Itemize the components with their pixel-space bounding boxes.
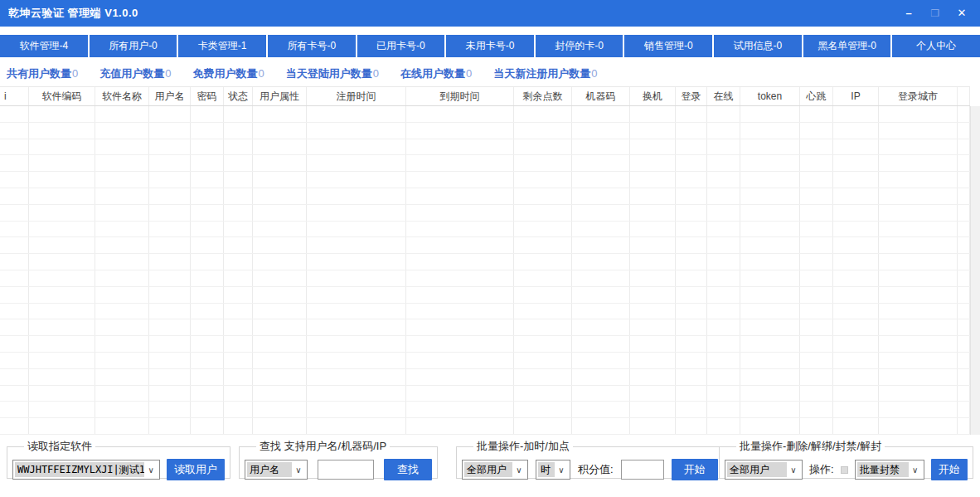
window-title: 乾坤云验证 管理端 V1.0.0 [8, 0, 138, 27]
batch-add-user-select[interactable]: 全部用户 ∨ [462, 460, 528, 480]
column-header-login-city[interactable]: 登录城市 [879, 87, 958, 105]
table-cell [0, 172, 29, 188]
table-cell [572, 369, 630, 385]
software-select[interactable]: WWJHTFFEIZMYLXJI|测试1 ∨ [12, 460, 160, 480]
column-header-register-time[interactable]: 注册时间 [307, 87, 406, 105]
column-header-password[interactable]: 密码 [191, 87, 224, 105]
table-cell [149, 155, 191, 171]
column-header-status[interactable]: 状态 [224, 87, 253, 105]
batch-manage-user-select[interactable]: 全部用户 ∨ [725, 460, 803, 480]
column-header-software-name[interactable]: 软件名称 [95, 87, 149, 105]
table-cell [740, 287, 800, 303]
tab-banned-cards[interactable]: 封停的卡-0 [536, 35, 623, 57]
close-icon[interactable]: ✕ [952, 4, 972, 22]
column-header-machine-code[interactable]: 机器码 [572, 87, 630, 105]
table-cell [29, 188, 95, 204]
table-cell [149, 139, 191, 155]
table-cell [514, 402, 572, 417]
table-cell [224, 188, 253, 204]
table-cell [879, 123, 958, 139]
table-cell [95, 304, 149, 319]
table-cell [833, 205, 879, 221]
tab-used-cards[interactable]: 已用卡号-0 [357, 35, 445, 57]
table-cell [572, 336, 630, 352]
table-row [0, 336, 970, 353]
minimize-icon[interactable]: – [899, 4, 919, 22]
tab-sales-mgmt[interactable]: 销售管理-0 [624, 35, 712, 57]
column-header-software-code[interactable]: 软件编码 [29, 87, 95, 105]
operation-select[interactable]: 批量封禁 ∨ [855, 460, 924, 480]
maximize-icon[interactable]: ❒ [925, 4, 945, 22]
column-header-token[interactable]: token [740, 87, 800, 105]
table-cell [630, 155, 676, 171]
table-cell [406, 123, 514, 139]
tab-card-type-mgmt[interactable]: 卡类管理-1 [178, 35, 266, 57]
operation-checkbox[interactable] [841, 466, 848, 474]
chevron-down-icon: ∨ [144, 462, 158, 477]
table-cell [879, 304, 958, 319]
tab-trial-info[interactable]: 试用信息-0 [714, 35, 802, 57]
table-cell [191, 155, 224, 171]
table-row [0, 418, 970, 435]
time-unit-select[interactable]: 时 ∨ [536, 460, 570, 480]
vertical-scrollbar[interactable] [970, 106, 980, 435]
table-cell [307, 237, 406, 253]
tab-blacklist-mgmt[interactable]: 黑名单管理-0 [803, 35, 891, 57]
column-header-username[interactable]: 用户名 [149, 87, 191, 105]
table-cell [958, 369, 970, 385]
column-header-ip[interactable]: IP [833, 87, 879, 105]
tab-personal-center[interactable]: 个人中心 [892, 35, 980, 57]
table-row [0, 106, 970, 123]
table-cell [630, 402, 676, 417]
column-header-index[interactable]: i [0, 87, 29, 105]
table-cell [676, 287, 707, 303]
table-cell [307, 172, 406, 188]
column-header-expire-time[interactable]: 到期时间 [406, 87, 514, 105]
table-cell [95, 172, 149, 188]
table-cell [833, 237, 879, 253]
table-cell [95, 222, 149, 237]
table-cell [879, 155, 958, 171]
tab-software-mgmt[interactable]: 软件管理-4 [0, 35, 88, 57]
column-header-remaining-points[interactable]: 剩余点数 [514, 87, 572, 105]
search-input[interactable] [318, 460, 374, 480]
table-cell [29, 336, 95, 352]
table-cell [191, 336, 224, 352]
tab-all-cards[interactable]: 所有卡号-0 [268, 35, 356, 57]
table-cell [630, 139, 676, 155]
points-input[interactable] [621, 460, 664, 480]
table-cell [253, 353, 307, 368]
table-cell [958, 254, 970, 270]
tab-all-users[interactable]: 所有用户-0 [90, 35, 177, 57]
table-cell [95, 155, 149, 171]
table-cell [95, 254, 149, 270]
table-cell [707, 123, 740, 139]
tab-unused-cards[interactable]: 未用卡号-0 [446, 35, 534, 57]
column-header-login[interactable]: 登录 [676, 87, 707, 105]
table-cell [224, 418, 253, 434]
window-controls: – ❒ ✕ [899, 0, 972, 27]
read-users-button[interactable]: 读取用户 [167, 459, 225, 480]
operation-label: 操作: [809, 462, 834, 477]
column-header-heartbeat[interactable]: 心跳 [800, 87, 833, 105]
column-header-change-machine[interactable]: 换机 [630, 87, 676, 105]
table-cell [149, 222, 191, 237]
column-header-extra[interactable] [958, 87, 970, 105]
table-cell [191, 319, 224, 335]
table-cell [29, 418, 95, 434]
table-cell [630, 172, 676, 188]
column-header-user-attr[interactable]: 用户属性 [253, 87, 307, 105]
table-cell [95, 353, 149, 368]
table-cell [224, 270, 253, 286]
table-cell [740, 418, 800, 434]
table-cell [253, 418, 307, 434]
table-cell [800, 319, 833, 335]
search-type-select[interactable]: 用户名 ∨ [245, 460, 308, 480]
table-cell [191, 172, 224, 188]
table-cell [0, 287, 29, 303]
table-cell [707, 353, 740, 368]
batch-add-start-button[interactable]: 开始 [672, 459, 718, 480]
search-button[interactable]: 查找 [384, 459, 432, 480]
column-header-online[interactable]: 在线 [707, 87, 740, 105]
batch-manage-start-button[interactable]: 开始 [931, 459, 968, 480]
